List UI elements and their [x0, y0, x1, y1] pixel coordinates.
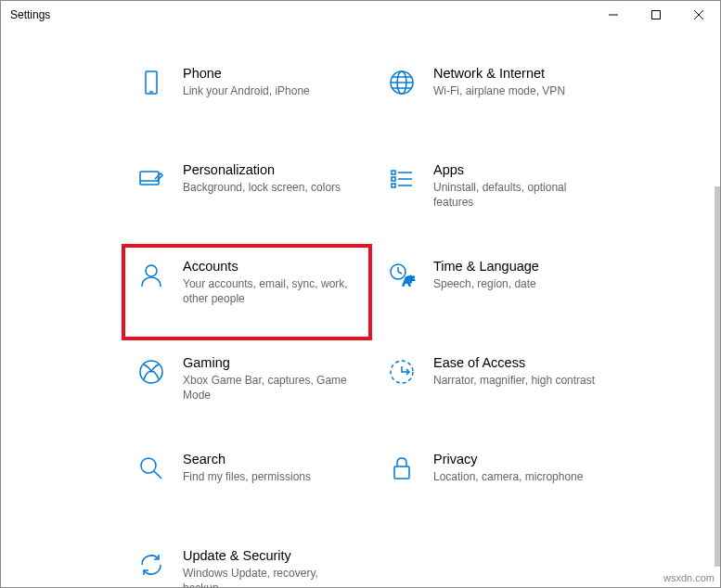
- window-title: Settings: [10, 8, 50, 21]
- setting-item-search[interactable]: Search Find my files, permissions: [122, 437, 372, 533]
- lock-icon: [383, 452, 420, 483]
- item-title: Network & Internet: [433, 66, 565, 81]
- apps-icon: [383, 162, 420, 194]
- item-subtitle: Location, camera, microphone: [433, 469, 583, 484]
- watermark: wsxdn.com: [663, 572, 715, 583]
- svg-rect-15: [392, 184, 395, 187]
- setting-item-phone[interactable]: Phone Link your Android, iPhone: [122, 51, 372, 147]
- xbox-icon: [133, 355, 170, 387]
- search-icon: [133, 452, 170, 483]
- item-title: Gaming: [183, 355, 350, 370]
- svg-rect-14: [392, 177, 395, 181]
- setting-item-update-security[interactable]: Update & Security Windows Update, recove…: [122, 533, 372, 588]
- titlebar: Settings: [1, 1, 720, 29]
- item-subtitle: Speech, region, date: [433, 276, 539, 291]
- item-title: Apps: [433, 162, 600, 177]
- svg-text:字: 字: [407, 275, 415, 284]
- person-icon: [133, 259, 170, 290]
- svg-rect-29: [394, 467, 409, 479]
- setting-item-privacy[interactable]: Privacy Location, camera, microphone: [372, 437, 623, 533]
- phone-icon: [133, 66, 170, 97]
- svg-line-28: [154, 471, 161, 479]
- maximize-button[interactable]: [635, 1, 677, 29]
- svg-line-22: [398, 272, 402, 274]
- setting-item-gaming[interactable]: Gaming Xbox Game Bar, captures, Game Mod…: [122, 340, 372, 437]
- item-subtitle: Narrator, magnifier, high contrast: [433, 373, 595, 388]
- setting-item-time-language[interactable]: A字 Time & Language Speech, region, date: [372, 244, 623, 340]
- setting-item-accounts[interactable]: Accounts Your accounts, email, sync, wor…: [122, 244, 372, 340]
- item-subtitle: Find my files, permissions: [183, 469, 311, 484]
- svg-point-27: [141, 458, 156, 473]
- item-subtitle: Link your Android, iPhone: [183, 83, 310, 98]
- setting-item-apps[interactable]: Apps Uninstall, defaults, optional featu…: [372, 147, 623, 244]
- svg-point-19: [146, 265, 157, 276]
- svg-rect-13: [392, 171, 395, 174]
- item-title: Update & Security: [183, 548, 350, 563]
- settings-grid: Phone Link your Android, iPhone Network …: [122, 51, 720, 588]
- item-title: Time & Language: [433, 259, 539, 274]
- globe-icon: [383, 66, 420, 97]
- minimize-button[interactable]: [592, 1, 635, 29]
- setting-item-personalization[interactable]: Personalization Background, lock screen,…: [122, 147, 372, 244]
- item-subtitle: Uninstall, defaults, optional features: [433, 180, 600, 210]
- item-title: Personalization: [183, 162, 341, 177]
- time-language-icon: A字: [383, 259, 420, 290]
- item-subtitle: Background, lock screen, colors: [183, 180, 341, 195]
- close-button[interactable]: [677, 1, 720, 29]
- svg-rect-4: [146, 71, 157, 94]
- setting-item-ease-of-access[interactable]: Ease of Access Narrator, magnifier, high…: [372, 340, 623, 437]
- window-controls: [592, 1, 720, 29]
- item-subtitle: Xbox Game Bar, captures, Game Mode: [183, 373, 350, 403]
- item-title: Ease of Access: [433, 355, 595, 370]
- personalization-icon: [133, 162, 170, 194]
- item-subtitle: Your accounts, email, sync, work, other …: [183, 276, 350, 306]
- settings-content: Phone Link your Android, iPhone Network …: [1, 29, 720, 588]
- item-title: Accounts: [183, 259, 350, 274]
- item-title: Privacy: [433, 452, 583, 467]
- update-icon: [133, 548, 170, 580]
- ease-of-access-icon: [383, 355, 420, 387]
- svg-rect-1: [652, 11, 661, 19]
- scrollbar[interactable]: [715, 186, 720, 567]
- item-subtitle: Windows Update, recovery, backup: [183, 566, 350, 588]
- item-title: Phone: [183, 66, 310, 81]
- item-title: Search: [183, 452, 311, 467]
- item-subtitle: Wi-Fi, airplane mode, VPN: [433, 83, 565, 98]
- setting-item-network[interactable]: Network & Internet Wi-Fi, airplane mode,…: [372, 51, 623, 147]
